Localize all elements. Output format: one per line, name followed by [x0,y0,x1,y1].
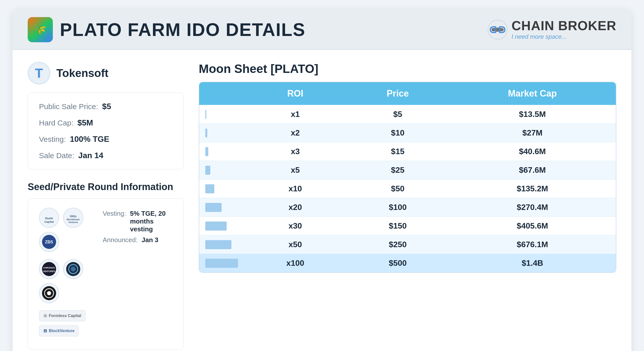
table-row: x100$500$1.4B [199,254,616,272]
plato-farm-logo: 🌾 [28,17,53,42]
svg-point-23 [44,314,47,318]
price-cell: $15 [346,142,449,161]
seed-vesting-value: 5% TGE, 20 months vesting [130,210,172,233]
seed-announced-value: Jan 3 [142,236,158,244]
svg-point-14 [42,262,56,276]
ido-info-box: Public Sale Price: $5 Hard Cap: $5M Vest… [28,93,184,169]
table-row: x50$250$676.1M [199,235,616,254]
bar-fill [205,203,222,212]
price-cell: $250 [346,235,449,254]
header: 🌾 PLATO FARM IDO DETAILS [13,10,631,50]
bar-cell [199,161,244,179]
chain-broker-name: CHAIN BROKER [512,19,616,32]
investor-logo-blockventure: B BlockVenture [39,325,79,336]
roi-cell: x100 [244,254,346,272]
public-sale-price-label: Public Sale Price: [39,102,98,111]
seed-info: Vesting: 5% TGE, 20 months vesting Annou… [103,210,172,340]
vesting-label: Vesting: [39,135,66,144]
bar-fill [205,166,210,175]
market-cap-cell: $135.2M [449,179,616,198]
table-row: x2$10$27M [199,123,616,142]
right-panel: Moon Sheet [PLATO] ROI Price Market Cap … [199,62,616,350]
svg-text:Blockdream: Blockdream [67,218,80,221]
seed-logos-area: Huobi Capital OKEx Blockdream Ventures [39,208,95,340]
svg-text:VENTURES: VENTURES [43,270,55,273]
seed-vesting-row: Vesting: 5% TGE, 20 months vesting [103,210,172,233]
price-cell: $100 [346,198,449,216]
vesting-row: Vesting: 100% TGE [39,135,172,144]
bar-cell [199,216,244,235]
svg-rect-4 [496,28,499,32]
seed-logos-row-3: Formless Capital B BlockVenture [39,310,95,336]
bar-cell [199,142,244,161]
investor-logo-chronos: CHRONOS VENTURES [39,259,59,279]
price-cell: $500 [346,254,449,272]
hard-cap-row: Hard Cap: $5M [39,118,172,127]
roi-col-header: ROI [244,82,346,105]
table-row: x5$25$67.6M [199,161,616,179]
roi-cell: x50 [244,235,346,254]
bar-cell [199,254,244,272]
bar-cell [199,235,244,254]
table-row: x10$50$135.2M [199,179,616,198]
tokensoft-logo: T [28,62,50,84]
svg-point-19 [71,267,76,272]
left-panel: T Tokensoft Public Sale Price: $5 Hard C… [28,62,184,350]
market-cap-cell: $40.6M [449,142,616,161]
roi-cell: x5 [244,161,346,179]
market-cap-cell: $13.5M [449,105,616,123]
market-cap-cell: $67.6M [449,161,616,179]
bar-fill [205,259,238,268]
seed-section-title: Seed/Private Round Information [28,182,184,192]
investor-logo-huobi: Huobi Capital [39,208,59,228]
sale-date-value: Jan 14 [78,151,103,160]
market-cap-cell: $405.6M [449,216,616,235]
price-cell: $10 [346,123,449,142]
bar-fill [205,147,208,156]
seed-announced-label: Announced: [103,236,138,244]
bar-cell [199,198,244,216]
price-cell: $50 [346,179,449,198]
svg-text:CHRONOS: CHRONOS [43,267,55,269]
tokensoft-name: Tokensoft [56,67,108,79]
content-area: T Tokensoft Public Sale Price: $5 Hard C… [13,50,631,351]
public-sale-price-row: Public Sale Price: $5 [39,102,172,111]
svg-point-22 [47,291,51,295]
table-row: x3$15$40.6M [199,142,616,161]
roi-cell: x20 [244,198,346,216]
chain-broker-tagline: I need more space... [512,33,616,40]
hard-cap-value: $5M [77,118,93,127]
roi-cell: x10 [244,179,346,198]
bar-cell [199,123,244,142]
bar-fill [205,222,227,231]
bar-fill [205,128,207,138]
investor-logo-sphere [63,259,83,279]
bar-fill [205,110,206,119]
sale-date-label: Sale Date: [39,151,74,160]
bar-cell [199,179,244,198]
seed-logos-row-1: Huobi Capital OKEx Blockdream Ventures [39,208,95,252]
price-cell: $150 [346,216,449,235]
tokensoft-letter: T [35,66,43,81]
market-cap-cell: $676.1M [449,235,616,254]
moon-table: ROI Price Market Cap x1$5$13.5Mx2$10$27M… [199,82,616,273]
svg-text:Huobi: Huobi [45,217,53,220]
roi-cell: x30 [244,216,346,235]
hard-cap-label: Hard Cap: [39,119,73,127]
investor-logo-zbs: ZBS [39,232,59,252]
header-right: CHAIN BROKER I need more space... [488,19,616,40]
seed-announced-row: Announced: Jan 3 [103,236,172,244]
roi-cell: x1 [244,105,346,123]
svg-text:ZBS: ZBS [45,240,53,244]
table-header-row: ROI Price Market Cap [199,82,616,105]
bar-fill [205,184,214,193]
table-row: x1$5$13.5M [199,105,616,123]
chain-broker-icon [488,20,508,40]
market-cap-cell: $270.4M [449,198,616,216]
moon-sheet-title: Moon Sheet [PLATO] [199,62,616,76]
bar-col-header [199,82,244,105]
investor-logo-circle [39,283,59,303]
svg-text:🌾: 🌾 [35,25,46,35]
header-left: 🌾 PLATO FARM IDO DETAILS [28,17,305,42]
bar-fill [205,240,231,249]
